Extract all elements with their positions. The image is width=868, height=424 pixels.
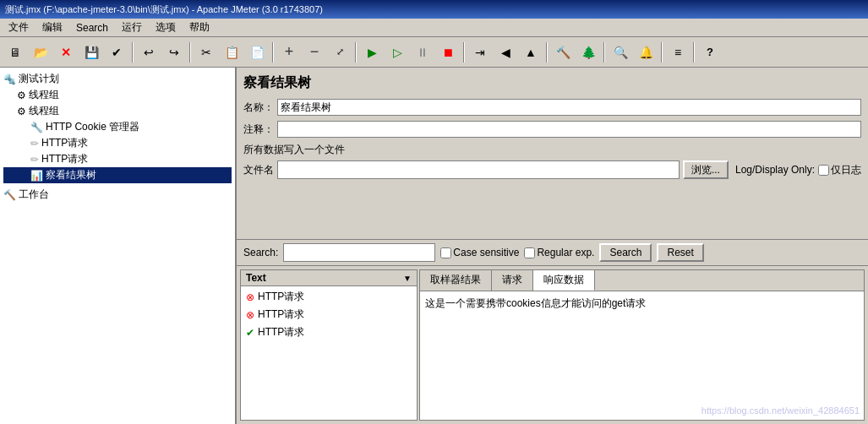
result-tree-label: 察看结果树: [46, 168, 96, 182]
thread-group-1-icon: ⚙: [17, 90, 26, 101]
list-panel: Text ▼ ⊗ HTTP请求 ⊗ HTTP请求 ✔ HTTP请求: [240, 269, 418, 421]
list-item[interactable]: ✔ HTTP请求: [243, 323, 415, 341]
error-icon-1: ⊗: [246, 291, 254, 303]
list-header: Text ▼: [241, 270, 417, 286]
redo-button[interactable]: ↪: [162, 41, 186, 64]
case-sensitive-checkbox[interactable]: [440, 247, 451, 258]
regular-exp-text: Regular exp.: [537, 247, 594, 258]
http-req-1-icon: ✏: [30, 138, 39, 149]
menu-search[interactable]: Search: [71, 20, 113, 35]
add-button[interactable]: +: [277, 41, 301, 64]
cut-button[interactable]: ✂: [194, 41, 218, 64]
regular-exp-checkbox[interactable]: [524, 247, 535, 258]
checkbox-area[interactable]: 仅日志: [818, 163, 861, 177]
undo-button[interactable]: ↩: [137, 41, 161, 64]
separator-6: [546, 42, 548, 63]
tree-http-request-2[interactable]: ✏ HTTP请求: [3, 151, 232, 167]
browse-button[interactable]: 浏览...: [683, 160, 729, 179]
menu-help[interactable]: 帮助: [184, 19, 215, 36]
tree-thread-group-1[interactable]: ⚙ 线程组: [3, 87, 232, 103]
up-button[interactable]: ▲: [519, 41, 543, 64]
http-req-1-label: HTTP请求: [41, 136, 88, 150]
tab-request[interactable]: 请求: [492, 270, 533, 291]
test-plan-label: 测试计划: [19, 72, 59, 86]
remove-button[interactable]: −: [303, 41, 326, 64]
search-input[interactable]: [283, 243, 435, 262]
menu-options[interactable]: 选项: [150, 19, 181, 36]
tree-cookie-manager[interactable]: 🔧 HTTP Cookie 管理器: [3, 119, 232, 135]
tree-thread-group-2[interactable]: ⚙ 线程组: [3, 103, 232, 119]
http-req-2-icon: ✏: [30, 154, 39, 166]
reset-button[interactable]: Reset: [657, 243, 703, 262]
menu-run[interactable]: 运行: [117, 19, 147, 36]
list-item[interactable]: ⊗ HTTP请求: [243, 288, 415, 306]
case-sensitive-text: Case sensitive: [453, 247, 519, 258]
run2-button[interactable]: ▷: [385, 41, 409, 64]
menu-edit[interactable]: 编辑: [37, 19, 68, 36]
search-toolbar-button[interactable]: 🔍: [609, 41, 632, 64]
copy-button[interactable]: 📋: [220, 41, 243, 64]
paste-button[interactable]: 📄: [245, 41, 269, 64]
result-tree-icon: 📊: [30, 170, 43, 182]
run-button[interactable]: ▶: [360, 41, 384, 64]
response-content: 这是一个需要携带cookies信息才能访问的get请求: [425, 297, 646, 309]
case-sensitive-label[interactable]: Case sensitive: [440, 247, 519, 258]
log-only-checkbox[interactable]: [818, 165, 829, 176]
file-input[interactable]: [277, 160, 680, 179]
regular-exp-label[interactable]: Regular exp.: [524, 247, 594, 258]
file-label: 文件名: [243, 163, 274, 177]
new-button[interactable]: 🖥: [3, 41, 27, 64]
save-button[interactable]: 💾: [79, 41, 103, 64]
separator-5: [463, 42, 465, 63]
pause-button[interactable]: ⏸: [411, 41, 434, 64]
separator-3: [272, 42, 274, 63]
thread-group-1-label: 线程组: [29, 88, 59, 102]
right-panel: 察看结果树 名称： 注释： 所有数据写入一个文件 文件名 浏览... Log/D…: [237, 68, 868, 424]
tabs-header: 取样器结果 请求 响应数据: [420, 270, 864, 291]
tree-result-tree[interactable]: 📊 察看结果树: [3, 167, 232, 183]
tab-content: 这是一个需要携带cookies信息才能访问的get请求: [420, 291, 864, 420]
comment-input[interactable]: [277, 121, 861, 138]
viewer-panel: 察看结果树 名称： 注释： 所有数据写入一个文件 文件名 浏览... Log/D…: [237, 68, 868, 239]
notify-button[interactable]: 🔔: [634, 41, 658, 64]
error-icon-2: ⊗: [246, 309, 254, 321]
tree-test-plan[interactable]: 🔩 测试计划: [3, 71, 232, 87]
help-button[interactable]: ?: [698, 41, 722, 64]
step-button[interactable]: ⇥: [468, 41, 492, 64]
search-button[interactable]: Search: [599, 243, 652, 262]
search-bar: Search: Case sensitive Regular exp. Sear…: [237, 239, 868, 266]
stop-button[interactable]: ⏹: [436, 41, 460, 64]
build-button[interactable]: 🔨: [551, 41, 575, 64]
menu-bar: 文件 编辑 Search 运行 选项 帮助: [0, 19, 868, 37]
checkbox-label: 仅日志: [831, 163, 861, 177]
title-text: 测试.jmx (F:\apache-jmeter-3.0\bin\测试.jmx)…: [5, 3, 323, 16]
bottom-panel: Text ▼ ⊗ HTTP请求 ⊗ HTTP请求 ✔ HTTP请求: [237, 266, 868, 424]
tab-sampler[interactable]: 取样器结果: [420, 270, 492, 291]
entry-label-1: HTTP请求: [258, 290, 304, 304]
tree-workbench[interactable]: 🔨 工作台: [3, 187, 232, 203]
name-input[interactable]: [277, 99, 861, 116]
title-bar: 测试.jmx (F:\apache-jmeter-3.0\bin\测试.jmx)…: [0, 0, 868, 19]
separator-9: [693, 42, 695, 63]
tree-http-request-1[interactable]: ✏ HTTP请求: [3, 135, 232, 151]
list-item[interactable]: ⊗ HTTP请求: [243, 306, 415, 323]
check-button[interactable]: ✔: [105, 41, 128, 64]
close-button[interactable]: ✕: [54, 41, 78, 64]
dropdown-arrow-icon[interactable]: ▼: [403, 274, 412, 283]
panel-title: 察看结果树: [243, 74, 861, 92]
entry-label-2: HTTP请求: [258, 307, 304, 322]
tabs-panel: 取样器结果 请求 响应数据 这是一个需要携带cookies信息才能访问的get请…: [419, 269, 865, 421]
ok-icon-3: ✔: [246, 327, 254, 339]
expand-button[interactable]: ⤢: [328, 41, 352, 64]
cookie-label: HTTP Cookie 管理器: [46, 120, 139, 134]
watermark: https://blog.csdn.net/weixin_42884651: [701, 405, 860, 416]
tab-response[interactable]: 响应数据: [533, 270, 595, 291]
left-tree-panel: 🔩 测试计划 ⚙ 线程组 ⚙ 线程组 🔧 HTTP Cookie 管理器 ✏ H…: [0, 68, 237, 424]
name-label: 名称：: [243, 101, 274, 115]
list-button[interactable]: ≡: [666, 41, 690, 64]
separator-1: [132, 42, 134, 63]
menu-file[interactable]: 文件: [3, 19, 34, 36]
back-button[interactable]: ◀: [494, 41, 517, 64]
open-button[interactable]: 📂: [29, 41, 52, 64]
tree-button[interactable]: 🌲: [576, 41, 600, 64]
